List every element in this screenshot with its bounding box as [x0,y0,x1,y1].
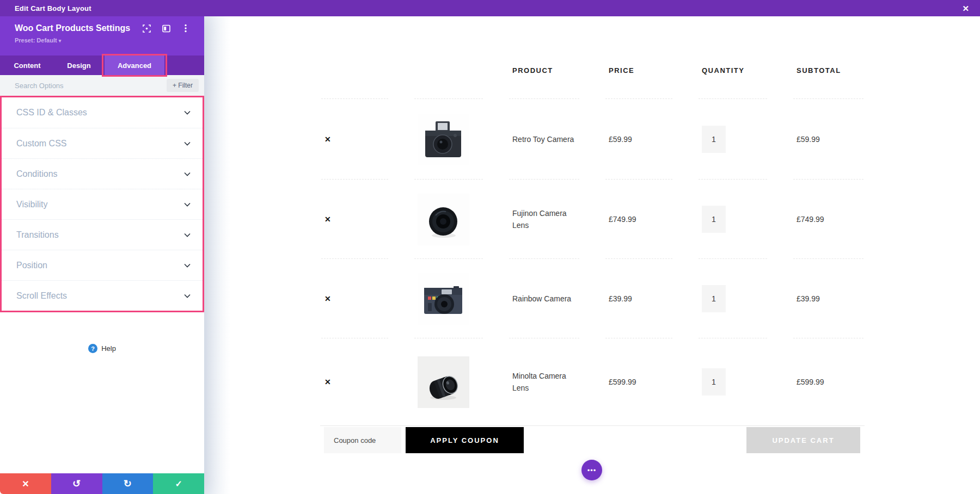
cart-row-retro-toy-camera: ✕ Retro Toy Camera £59.99 [320,99,865,180]
quantity-input[interactable] [702,126,726,153]
product-subtotal: £39.99 [797,294,820,303]
cart-actions-row: APPLY COUPON UPDATE CART [320,427,865,453]
close-icon[interactable]: ✕ [962,4,969,13]
settings-tabs: Content Design Advanced [0,55,204,75]
accordion-item-visibility[interactable]: Visibility [2,189,203,219]
chevron-down-icon [184,202,191,207]
tab-content[interactable]: Content [0,55,54,75]
product-subtotal: £749.99 [797,215,824,224]
panel-layout-icon[interactable] [162,24,170,33]
coupon-code-input[interactable] [324,427,401,453]
header-price: PRICE [604,33,697,99]
help-link[interactable]: ? Help [0,344,204,353]
settings-panel: Woo Cart Products Settings Preset: Defau… [0,16,204,494]
update-cart-button[interactable]: UPDATE CART [746,427,860,453]
help-icon: ? [88,344,97,353]
remove-item-icon[interactable]: ✕ [324,378,331,386]
accordion-item-transitions[interactable]: Transitions [2,219,203,250]
modal-titlebar: Edit Cart Body Layout ✕ [0,0,980,16]
ellipsis-icon: ••• [587,466,597,474]
quantity-input[interactable] [702,206,726,233]
header-product: PRODUCT [508,33,604,99]
product-subtotal: £599.99 [797,378,824,386]
cart-table-header: PRODUCT PRICE QUANTITY SUBTOTAL [320,33,865,99]
chevron-down-icon [184,110,191,115]
accordion-item-custom-css[interactable]: Custom CSS [2,128,203,158]
accordion-item-scroll-effects[interactable]: Scroll Effects [2,280,203,311]
quantity-input[interactable] [702,368,726,396]
header-subtotal: SUBTOTAL [792,33,865,99]
table-bottom-divider [320,425,865,426]
cart-preview: PRODUCT PRICE QUANTITY SUBTOTAL ✕ [204,16,980,494]
quantity-input[interactable] [702,285,726,312]
focus-module-icon[interactable] [142,24,151,33]
accordion-item-conditions[interactable]: Conditions [2,158,203,189]
cart-row-fujinon-camera-lens: ✕ Fujinon Camera Lens £749.99 £749.9 [320,180,865,259]
check-icon: ✓ [175,479,182,489]
cart-row-minolta-camera-lens: ✕ [320,338,865,425]
tab-advanced[interactable]: Advanced [105,55,164,75]
advanced-options-accordion: CSS ID & Classes Custom CSS Conditions V… [0,96,204,312]
undo-icon: ↺ [72,478,81,490]
accordion-item-css-id-classes[interactable]: CSS ID & Classes [2,97,203,128]
product-image-retro-toy-camera[interactable] [418,114,469,165]
header-quantity: QUANTITY [697,33,792,99]
tab-design[interactable]: Design [52,55,106,75]
remove-item-icon[interactable]: ✕ [324,135,331,143]
search-options-input[interactable] [15,82,167,90]
redo-button[interactable]: ↻ [102,473,154,494]
cancel-button[interactable]: ✕ [0,473,51,494]
panel-header: Woo Cart Products Settings Preset: Defau… [0,16,204,55]
chevron-down-icon [184,294,191,298]
header-thumbnail [413,33,508,99]
header-remove [320,33,413,99]
product-name-link[interactable]: Minolta Camera Lens [512,370,583,394]
preset-selector[interactable]: Preset: Default ▾ [15,37,195,44]
divi-builder-app: Edit Cart Body Layout ✕ Woo Cart Product… [0,0,980,494]
save-button[interactable]: ✓ [153,473,204,494]
remove-item-icon[interactable]: ✕ [324,215,331,223]
cart-row-rainbow-camera: ✕ [320,259,865,338]
product-price: £39.99 [609,294,632,303]
product-price: £749.99 [609,215,636,224]
modal-title: Edit Cart Body Layout [15,4,91,13]
chevron-down-icon [184,172,191,176]
product-image-rainbow-camera[interactable] [418,273,469,325]
product-subtotal: £59.99 [797,135,820,144]
chevron-down-icon [184,141,191,146]
panel-footer-actions: ✕ ↺ ↻ ✓ [0,473,204,494]
cart-table: PRODUCT PRICE QUANTITY SUBTOTAL ✕ [320,33,865,425]
more-options-button[interactable]: ••• [581,460,602,480]
product-name-link[interactable]: Rainbow Camera [512,293,571,305]
product-image-fujinon-camera-lens[interactable] [418,194,469,245]
chevron-down-icon [184,263,191,268]
undo-button[interactable]: ↺ [51,473,102,494]
product-image-minolta-camera-lens[interactable] [418,356,469,408]
product-price: £599.99 [609,378,636,386]
product-name-link[interactable]: Fujinon Camera Lens [512,207,583,232]
remove-item-icon[interactable]: ✕ [324,295,331,302]
accordion-item-position[interactable]: Position [2,250,203,280]
more-menu-icon[interactable] [181,24,190,33]
product-price: £59.99 [609,135,632,144]
search-options-row: + Filter [0,75,204,96]
panel-title: Woo Cart Products Settings [15,23,130,33]
preset-caret-icon: ▾ [59,38,62,44]
product-name-link[interactable]: Retro Toy Camera [512,133,574,145]
cancel-x-icon: ✕ [22,479,29,489]
apply-coupon-button[interactable]: APPLY COUPON [406,427,524,453]
chevron-down-icon [184,233,191,237]
filter-button[interactable]: + Filter [167,79,199,92]
redo-icon: ↻ [124,478,132,490]
